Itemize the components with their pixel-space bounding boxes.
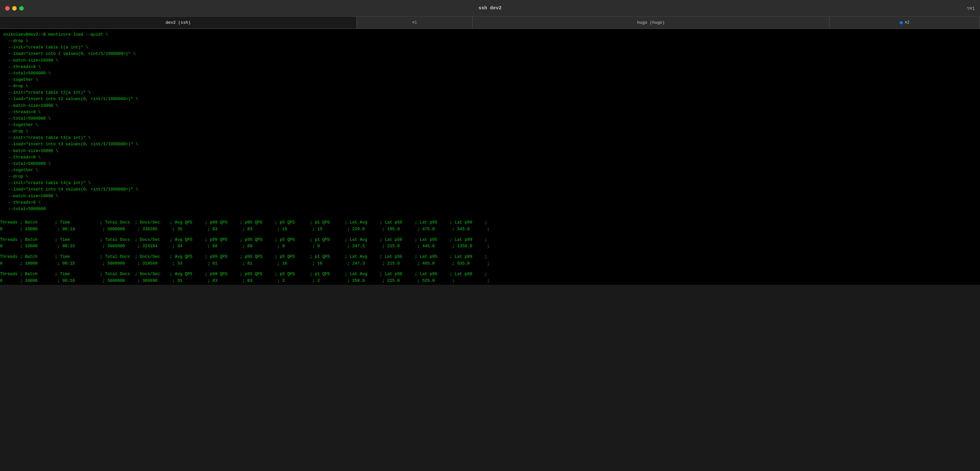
tab-dev2[interactable]: dev2 (ssh) — [0, 17, 357, 29]
terminal-line: --load="insert into t2 values(0, <int/1/… — [3, 96, 977, 102]
terminal-line: --together \ — [3, 77, 977, 83]
terminal-line: --total=5000000 \ — [3, 161, 977, 167]
tab-shortcut1: ⌘1 — [357, 17, 473, 29]
titlebar: ssh dev2 ⌥⌘1 — [0, 0, 980, 17]
terminal-line: snikolaev@dev2:~$ manticore-load --quiet… — [3, 32, 977, 38]
terminal-line: --load="insert into t3 values(0, <int/1/… — [3, 141, 977, 147]
table-data-row: 8 ; 10000 ; 00:15 ; 5000000 ; 319509 ; 3… — [0, 260, 980, 267]
table-header-row: Threads ; Batch ; Time ; Total Docs ; Do… — [0, 219, 980, 226]
shortcut-right: ⌥⌘1 — [967, 5, 975, 11]
table-data-row: 8 ; 10000 ; 00:16 ; 5000000 ; 309996 ; 3… — [0, 278, 980, 284]
maximize-button[interactable] — [19, 6, 24, 11]
terminal-line: --init="create table t2(a int)" \ — [3, 89, 977, 96]
terminal-line: --batch-size=10000 \ — [3, 193, 977, 200]
table-data-row: 8 ; 10000 ; 00:15 ; 5000000 ; 324184 ; 3… — [0, 243, 980, 250]
tab2-indicator — [900, 21, 903, 24]
terminal-line: --together \ — [3, 122, 977, 128]
terminal-line: --total=5000000 — [3, 206, 977, 212]
table-header-row: Threads ; Batch ; Time ; Total Docs ; Do… — [0, 236, 980, 243]
terminal-line: --init="create table t(a int)" \ — [3, 44, 977, 51]
terminal-line: --drop \ — [3, 174, 977, 180]
minimize-button[interactable] — [12, 6, 17, 11]
terminal-line: --threads=8 \ — [3, 154, 977, 161]
close-button[interactable] — [5, 6, 10, 11]
tab-shortcut1-label: ⌘1 — [412, 20, 417, 25]
table-spacer — [0, 267, 980, 271]
terminal-line: --init="create table t3(a int)" \ — [3, 135, 977, 141]
terminal-line: --batch-size=10000 \ — [3, 148, 977, 154]
tab-2[interactable]: ⌘2 — [829, 17, 980, 29]
table-spacer — [0, 233, 980, 236]
terminal-line: --batch-size=10000 \ — [3, 102, 977, 109]
terminal-line: --drop \ — [3, 38, 977, 44]
tab-dev2-label: dev2 (ssh) — [165, 20, 191, 25]
terminal-line: --total=5000000 \ — [3, 115, 977, 122]
terminal-output: snikolaev@dev2:~$ manticore-load --quiet… — [0, 29, 980, 215]
traffic-lights — [5, 6, 24, 11]
terminal-line: --threads=8 \ — [3, 109, 977, 115]
table-spacer — [0, 216, 980, 219]
table-spacer — [0, 250, 980, 254]
tab-hugo[interactable]: hugo (hugo) — [473, 17, 829, 29]
table-data-row: 8 ; 10000 ; 00:14 ; 5000000 ; 338285 ; 3… — [0, 226, 980, 233]
table-output: Threads ; Batch ; Time ; Total Docs ; Do… — [0, 215, 980, 285]
terminal-line: --threads=8 \ — [3, 64, 977, 70]
terminal-line: --load="insert into t4 values(0, <int/1/… — [3, 186, 977, 193]
terminal-line: --init="create table t4(a int)" \ — [3, 180, 977, 186]
titlebar-right: ⌥⌘1 — [967, 5, 975, 11]
terminal-line: --load="insert into t values(0, <int/1/1… — [3, 51, 977, 57]
tab-hugo-label: hugo (hugo) — [637, 20, 665, 25]
terminal-line: --drop \ — [3, 128, 977, 135]
terminal-line: --together \ — [3, 167, 977, 174]
terminal-line: --total=5000000 \ — [3, 70, 977, 77]
tab2-label: ⌘2 — [905, 20, 909, 25]
table-header-row: Threads ; Batch ; Time ; Total Docs ; Do… — [0, 254, 980, 260]
window-title: ssh dev2 — [479, 5, 501, 11]
terminal-line: --batch-size=10000 \ — [3, 57, 977, 64]
terminal-line: --threads=8 \ — [3, 200, 977, 206]
table-header-row: Threads ; Batch ; Time ; Total Docs ; Do… — [0, 271, 980, 278]
terminal-line: --drop \ — [3, 83, 977, 89]
tabbar: dev2 (ssh) ⌘1 hugo (hugo) ⌘2 — [0, 17, 980, 29]
